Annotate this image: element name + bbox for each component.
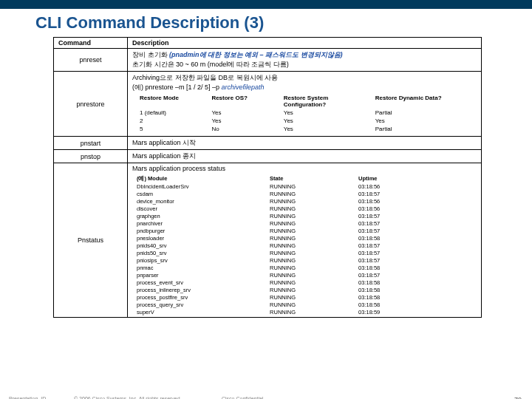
footer-page: 79 [514,396,522,399]
p13s: RUNNING [268,279,357,286]
rs-r1c3: Yes [372,117,464,125]
rs-r0c1: Yes [208,109,280,117]
rs-r1c2: Yes [281,117,372,125]
p15u: 03:18:58 [357,293,452,301]
p4m: graphgen [135,212,268,219]
rs-h1: Restore Mode [137,94,208,109]
p17s: RUNNING [268,308,357,316]
p9u: 03:18:57 [357,249,452,256]
col-description: Description [128,38,482,49]
row-pnstart: pnstart Mars application 시작 [54,137,482,150]
p5u: 03:18:57 [357,219,452,227]
pnreset-line2: 초기화 시간은 30 ~ 60 m (model에 따라 조금씩 다름) [132,61,289,68]
p12m: pnparser [135,271,268,279]
p15s: RUNNING [268,293,357,301]
p1s: RUNNING [268,190,357,197]
p7s: RUNNING [268,234,357,242]
p7u: 03:18:58 [357,234,452,242]
p12u: 03:18:57 [357,271,452,279]
pnrestore-line2b: archivefilepath [222,83,265,91]
p17u: 03:18:59 [357,308,452,316]
p0m: DbIncidentLoaderSrv [135,183,268,190]
rs-h3: Restore System Configuration? [281,94,372,109]
rs-r2c1: No [208,125,280,133]
p2m: device_monitor [135,197,268,205]
p13m: process_event_srv [135,279,268,286]
p9m: pnids50_srv [135,249,268,256]
p5s: RUNNING [268,219,357,227]
rs-r1c1: Yes [208,117,280,125]
cmd-pnstatus: Pnstatus [54,163,128,318]
desc-pnstop: Mars application 종지 [128,150,482,163]
rs-r0c2: Yes [281,109,372,117]
footer-copyright: © 2006 Cisco Systems, Inc. All rights re… [74,396,182,399]
p1u: 03:18:57 [357,190,452,197]
cmd-pnrestore: pnrestore [54,72,128,137]
rs-r2c0: 5 [137,125,208,133]
p5m: pnarchiver [135,219,268,227]
p8u: 03:18:57 [357,242,452,249]
p10u: 03:18:57 [357,256,452,264]
p8m: pnids40_srv [135,242,268,249]
p0u: 03:18:56 [357,183,452,190]
col-command: Command [54,38,128,49]
command-table: Command Description pnreset 장비 초기화 (pnad… [53,37,482,318]
row-pnstatus: Pnstatus Mars application process status… [54,163,482,318]
rs-r0c0: 1 (default) [137,109,208,117]
p16m: process_query_srv [135,301,268,308]
p16u: 03:18:58 [357,301,452,308]
p17m: superV [135,308,268,316]
p2u: 03:18:56 [357,197,452,205]
p16s: RUNNING [268,301,357,308]
p11u: 03:18:58 [357,264,452,271]
ph-state: State [268,174,357,183]
p7m: pnesloader [135,234,268,242]
top-band [0,0,532,9]
p2s: RUNNING [268,197,357,205]
p12s: RUNNING [268,271,357,279]
ph-module: (예) Module [135,174,268,183]
p10m: pniosips_srv [135,256,268,264]
p4u: 03:18:57 [357,212,452,219]
rs-h4: Restore Dynamic Data? [372,94,464,109]
desc-pnstart: Mars application 시작 [128,137,482,150]
rs-r2c2: Yes [281,125,372,133]
p6m: pndbpurger [135,227,268,234]
cmd-pnreset: pnreset [54,49,128,72]
p15m: process_postfire_srv [135,293,268,301]
p6u: 03:18:57 [357,227,452,234]
p8s: RUNNING [268,242,357,249]
rs-h2: Restore OS? [208,94,280,109]
rs-r2c3: Partial [372,125,464,133]
p10s: RUNNING [268,256,357,264]
pnrestore-line2a: (예) pnrestore –m [1 / 2/ 5] –p [132,83,222,91]
p3u: 03:18:56 [357,205,452,212]
p11s: RUNNING [268,264,357,271]
cmd-pnstop: pnstop [54,150,128,163]
footer-confidential: Cisco Confidential [222,396,263,399]
p9s: RUNNING [268,249,357,256]
row-pnstop: pnstop Mars application 종지 [54,150,482,163]
p0s: RUNNING [268,183,357,190]
row-pnrestore: pnrestore Archiving으로 저장한 파일을 DB로 복원시에 사… [54,72,482,137]
pnreset-line1b: (pnadmin에 대한 정보는 예외 – 패스워드도 변경되지않음) [169,51,343,58]
cmd-pnstart: pnstart [54,137,128,150]
p11m: pnmac [135,264,268,271]
rs-r1c0: 2 [137,117,208,125]
p14s: RUNNING [268,286,357,293]
ph-uptime: Uptime [357,174,452,183]
p4s: RUNNING [268,212,357,219]
restore-subtable: Restore Mode Restore OS? Restore System … [137,94,464,133]
pnreset-line1a: 장비 초기화 [132,51,169,58]
p14m: process_inlinerep_srv [135,286,268,293]
p1m: csdam [135,190,268,197]
process-list: (예) Module State Uptime DbIncidentLoader… [135,174,452,316]
pnstatus-title: Mars application process status [132,165,477,172]
rs-r0c3: Partial [372,109,464,117]
p3m: discover [135,205,268,212]
row-pnreset: pnreset 장비 초기화 (pnadmin에 대한 정보는 예외 – 패스워… [54,49,482,72]
p6s: RUNNING [268,227,357,234]
pnrestore-line1: Archiving으로 저장한 파일을 DB로 복원시에 사용 [132,74,278,81]
p3s: RUNNING [268,205,357,212]
page-title: CLI Command Description (3) [0,9,532,37]
